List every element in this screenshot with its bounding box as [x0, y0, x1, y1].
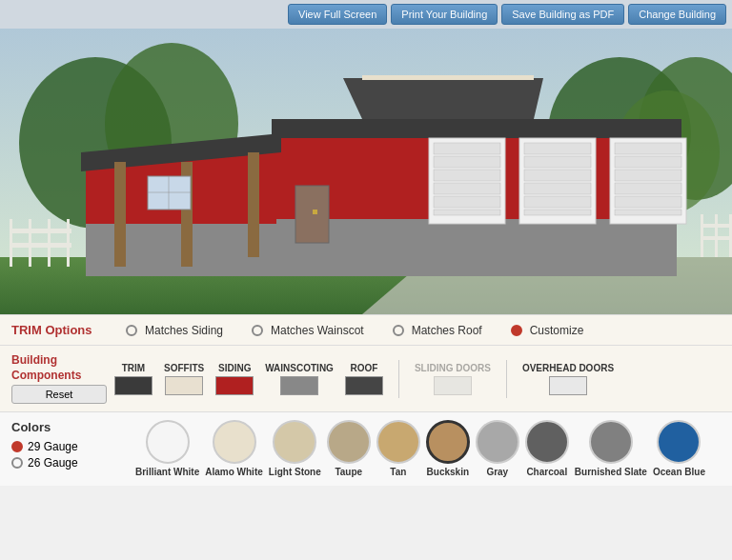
roof-label: ROOF: [350, 363, 377, 373]
trim-matches-roof[interactable]: Matches Roof: [393, 324, 482, 337]
component-roof[interactable]: ROOF: [345, 363, 383, 395]
colors-row: Colors 29 Gauge 26 Gauge Brilliant White…: [0, 412, 732, 486]
color-option-gray[interactable]: Gray: [476, 420, 519, 478]
gauge-26-radio[interactable]: [11, 457, 23, 469]
trim-matches-siding[interactable]: Matches Siding: [126, 324, 223, 337]
svg-rect-11: [276, 219, 677, 276]
roof-swatch[interactable]: [345, 376, 383, 395]
colors-sidebar: Colors 29 Gauge 26 Gauge: [11, 420, 135, 472]
soffits-swatch[interactable]: [165, 376, 203, 395]
color-label-1: Alamo White: [205, 467, 263, 478]
trim-siding-label: Matches Siding: [145, 324, 223, 337]
svg-rect-30: [524, 170, 591, 181]
change-building-button[interactable]: Change Building: [628, 4, 726, 25]
gauge-29-radio[interactable]: [11, 441, 23, 452]
component-overhead-doors[interactable]: OVERHEAD DOORS: [522, 363, 614, 395]
gauge-29-label: 29 Gauge: [28, 440, 78, 453]
print-building-button[interactable]: Print Your Building: [391, 4, 498, 25]
wainscoting-swatch[interactable]: [280, 376, 318, 395]
svg-rect-38: [615, 183, 681, 194]
color-option-buckskin[interactable]: Buckskin: [426, 420, 470, 478]
color-swatch-3[interactable]: [327, 420, 371, 464]
building-components-label-wrap: Building Components Reset: [11, 353, 107, 404]
svg-rect-16: [362, 75, 534, 80]
color-label-6: Gray: [486, 467, 508, 478]
color-swatch-5[interactable]: [426, 420, 470, 464]
component-trim[interactable]: TRIM: [114, 363, 152, 395]
svg-rect-55: [701, 224, 732, 228]
color-label-8: Burnished Slate: [575, 467, 647, 478]
svg-rect-41: [148, 176, 191, 210]
color-label-9: Ocean Blue: [653, 467, 705, 478]
trim-options-row: TRIM Options Matches Siding Matches Wain…: [0, 314, 732, 346]
component-groups: TRIM SOFFITS SIDING WAINSCOTING ROOF SLI…: [114, 360, 721, 398]
svg-rect-39: [615, 196, 681, 208]
color-swatches-grid: Brilliant WhiteAlamo WhiteLight StoneTau…: [135, 420, 721, 478]
svg-rect-37: [615, 170, 681, 181]
color-swatch-4[interactable]: [376, 420, 420, 464]
overhead-doors-label: OVERHEAD DOORS: [522, 363, 614, 373]
component-siding[interactable]: SIDING: [215, 363, 254, 395]
color-swatch-9[interactable]: [657, 420, 701, 464]
color-swatch-0[interactable]: [146, 420, 190, 464]
sliding-doors-swatch: [434, 376, 472, 395]
color-option-alamo-white[interactable]: Alamo White: [205, 420, 263, 478]
svg-rect-29: [524, 156, 591, 168]
svg-rect-28: [524, 143, 591, 154]
trim-customize[interactable]: Customize: [511, 324, 584, 337]
toolbar: View Full Screen Print Your Building Sav…: [0, 0, 732, 29]
view-full-screen-button[interactable]: View Full Screen: [288, 4, 387, 25]
color-swatch-1[interactable]: [213, 420, 256, 464]
reset-button[interactable]: Reset: [11, 385, 107, 404]
siding-swatch[interactable]: [215, 376, 254, 395]
color-swatch-8[interactable]: [589, 420, 633, 464]
svg-rect-33: [524, 210, 591, 215]
svg-rect-32: [524, 196, 591, 208]
trim-matches-wainscot[interactable]: Matches Wainscot: [252, 324, 364, 337]
color-option-ocean-blue[interactable]: Ocean Blue: [653, 420, 705, 478]
radio-dot-roof: [393, 325, 404, 336]
color-option-light-stone[interactable]: Light Stone: [269, 420, 321, 478]
sliding-doors-label: SLIDING DOORS: [415, 363, 491, 373]
components-row: Building Components Reset TRIM SOFFITS S…: [0, 346, 732, 412]
color-label-2: Light Stone: [269, 467, 321, 478]
color-swatch-7[interactable]: [525, 420, 569, 464]
color-label-7: Charcoal: [526, 467, 567, 478]
svg-rect-25: [434, 196, 500, 208]
svg-rect-17: [114, 162, 126, 267]
svg-rect-56: [701, 236, 732, 240]
trim-roof-label: Matches Roof: [412, 324, 482, 337]
color-label-0: Brilliant White: [135, 467, 199, 478]
save-pdf-button[interactable]: Save Building as PDF: [501, 4, 624, 25]
radio-dot-siding: [126, 325, 137, 336]
overhead-doors-swatch[interactable]: [549, 376, 587, 395]
component-wainscoting[interactable]: WAINSCOTING: [265, 363, 334, 395]
color-option-charcoal[interactable]: Charcoal: [525, 420, 569, 478]
svg-rect-52: [701, 214, 703, 257]
gauge-26[interactable]: 26 Gauge: [11, 456, 135, 470]
color-swatch-2[interactable]: [273, 420, 316, 464]
svg-marker-15: [343, 78, 543, 119]
svg-rect-31: [524, 183, 591, 194]
gauge-29[interactable]: 29 Gauge: [11, 440, 135, 453]
svg-rect-44: [295, 186, 329, 243]
color-swatch-6[interactable]: [476, 420, 519, 464]
svg-rect-36: [615, 156, 681, 168]
separator2: [506, 360, 507, 398]
trim-swatch[interactable]: [114, 376, 152, 395]
component-sliding-doors: SLIDING DOORS: [415, 363, 491, 395]
svg-rect-35: [615, 143, 681, 154]
color-option-brilliant-white[interactable]: Brilliant White: [135, 420, 199, 478]
color-option-tan[interactable]: Tan: [376, 420, 420, 478]
color-label-3: Taupe: [335, 467, 362, 478]
svg-rect-40: [615, 210, 681, 215]
separator: [398, 360, 399, 398]
svg-rect-22: [434, 156, 500, 168]
color-option-burnished-slate[interactable]: Burnished Slate: [575, 420, 647, 478]
component-soffits[interactable]: SOFFITS: [164, 363, 204, 395]
wainscoting-label: WAINSCOTING: [265, 363, 334, 373]
trim-wainscot-label: Matches Wainscot: [271, 324, 364, 337]
color-option-taupe[interactable]: Taupe: [327, 420, 371, 478]
radio-dot-wainscot: [252, 325, 263, 336]
trim-customize-label: Customize: [530, 324, 584, 337]
